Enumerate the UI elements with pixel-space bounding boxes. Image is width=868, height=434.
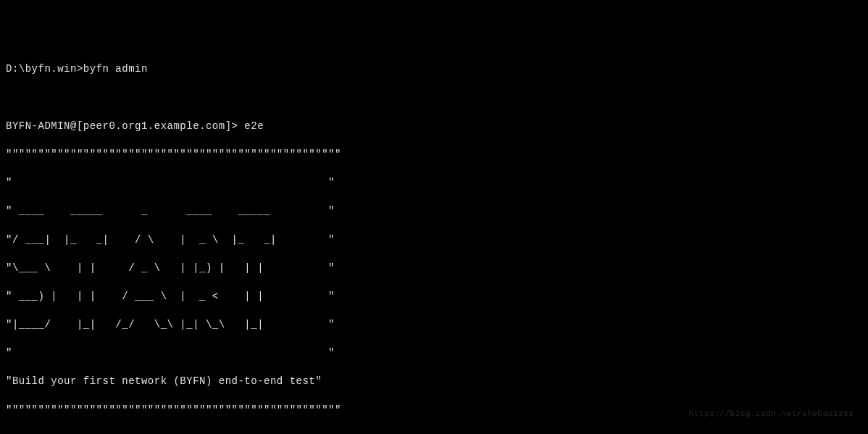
ascii-art-line-5: "|____/ |_| /_/ \_\ |_| \_\ |_| " bbox=[6, 318, 862, 333]
admin-command: e2e bbox=[244, 120, 264, 132]
watermark-text: https://blog.csdn.net/shebao3333 bbox=[689, 409, 854, 420]
prompt-path: D:\byfn.win> bbox=[6, 63, 83, 75]
admin-prompt: BYFN-ADMIN@[peer0.org1.example.com]> bbox=[6, 120, 238, 132]
terminal-output[interactable]: D:\byfn.win>byfn admin BYFN-ADMIN@[peer0… bbox=[6, 62, 862, 434]
ascii-border-top: """"""""""""""""""""""""""""""""""""""""… bbox=[6, 148, 862, 162]
ascii-art-line-4: " ___) | | | / ___ \ | _ < | | " bbox=[6, 290, 862, 304]
ascii-blank: " " bbox=[6, 176, 862, 191]
admin-prompt-line: BYFN-ADMIN@[peer0.org1.example.com]> e2e bbox=[6, 120, 862, 134]
ascii-art-line-2: "/ ___| |_ _| / \ | _ \ |_ _| " bbox=[6, 233, 862, 248]
ascii-blank-2: " " bbox=[6, 346, 862, 361]
prompt-line: D:\byfn.win>byfn admin bbox=[6, 62, 862, 77]
ascii-art-line-1: " ____ _____ _ ____ _____ " bbox=[6, 204, 862, 219]
blank-line bbox=[6, 91, 862, 106]
subtitle-line: "Build your first network (BYFN) end-to-… bbox=[6, 375, 862, 389]
ascii-art-line-3: "\___ \ | | / _ \ | |_) | | | " bbox=[6, 262, 862, 276]
prompt-command: byfn admin bbox=[83, 63, 148, 75]
